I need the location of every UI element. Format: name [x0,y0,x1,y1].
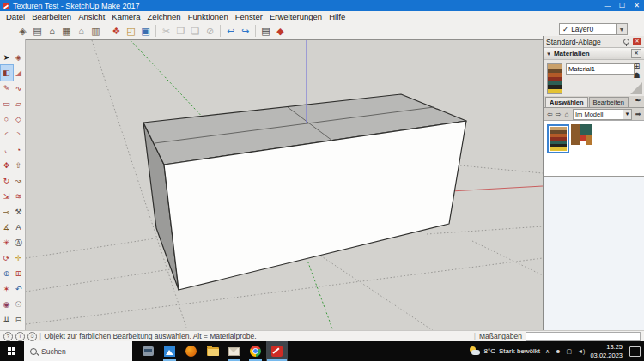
tray-expand-icon[interactable]: ∧ [544,348,550,355]
undo-icon[interactable]: ↩ [223,23,238,39]
display-icon[interactable]: ▢ [566,348,574,355]
set-material-icon[interactable]: ☗ [633,71,640,80]
previous-view-tool[interactable]: ↶ [13,281,25,297]
zoom-tool[interactable]: ⊕ [1,266,13,281]
layer-dropdown[interactable]: ✓ Layer0 ▼ [559,23,628,35]
measurements-input[interactable] [526,332,641,341]
paste-icon[interactable]: ❏ [188,23,203,39]
collection-dropdown-arrow-icon[interactable]: ▼ [623,110,631,119]
maximize-button[interactable]: ☐ [615,2,629,9]
dimension-tool[interactable]: ⚒ [13,204,25,220]
section-plane-tool[interactable]: ⊟ [13,312,25,328]
tab-auswaehlen[interactable]: Auswählen [545,97,588,107]
menu-ansicht[interactable]: Ansicht [75,12,108,21]
materials-close-button[interactable]: ✕ [631,49,641,58]
menu-kamera[interactable]: Kamera [108,12,143,21]
house-icon[interactable]: ⌂ [74,23,88,39]
material-swatch-2[interactable] [571,124,592,145]
zoom-window-tool[interactable]: ⊞ [13,266,25,281]
back-arrow-icon[interactable]: ⇦ [545,111,554,118]
start-button[interactable] [0,341,24,361]
menu-hilfe[interactable]: Hilfe [325,12,349,21]
material-name-field[interactable] [566,63,635,75]
polygon-tool[interactable]: ◇ [13,111,25,127]
tape-measure-tool[interactable]: ⊸ [1,204,13,220]
taskbar-app-orange-icon[interactable] [180,341,202,361]
rectangle-tool[interactable]: ▭ [1,96,13,111]
move-tool[interactable]: ✥ [1,158,13,173]
pie-tool[interactable]: ◔ [13,142,25,158]
position-camera-tool[interactable]: ◉ [1,297,13,312]
collection-dropdown[interactable]: Im Modell ▼ [573,109,632,120]
menu-zeichnen[interactable]: Zeichnen [144,12,185,21]
menu-erweiterungen[interactable]: Erweiterungen [266,12,325,21]
taskbar-search[interactable]: Suchen [24,341,132,361]
eraser-tool[interactable]: ◢ [13,65,25,81]
text-tool[interactable]: A [13,220,25,235]
copy-icon[interactable]: ❐ [173,23,188,39]
taskbar-app-sketchup-icon[interactable] [266,341,288,361]
line-tool[interactable]: ✎ [1,81,13,96]
select-tool[interactable]: ➤ [1,50,13,65]
scale-tool[interactable]: ⇲ [1,189,13,204]
offset-tool[interactable]: ≋ [13,189,25,204]
viewport-3d-canvas[interactable] [26,40,543,331]
menu-datei[interactable]: Datei [3,12,28,21]
account-status-icon[interactable]: ☺ [27,332,37,341]
toolbox-icon[interactable]: ▦ [59,23,74,39]
help-status-icon[interactable]: ? [3,332,13,341]
home-icon[interactable]: ⌂ [45,23,59,39]
tab-bearbeiten[interactable]: Bearbeiten [589,97,629,107]
push-pull-tool[interactable]: ⇧ [13,158,25,173]
new-icon[interactable]: ❖ [109,23,124,39]
make-component-tool[interactable]: ◈ [13,50,25,65]
cut-icon[interactable]: ✂ [159,23,173,39]
volume-icon[interactable]: ◄) [576,348,586,355]
help-icon[interactable]: ◆ [273,23,288,39]
component-icon[interactable]: ◈ [15,23,30,39]
arc-tool[interactable]: ◜ [1,127,13,142]
taskbar-app-photos-icon[interactable] [159,341,180,361]
book-icon[interactable]: ▤ [30,23,45,39]
redo-icon[interactable]: ↪ [238,23,252,39]
forward-arrow-icon[interactable]: ⇨ [554,111,562,118]
taskbar-app-chrome-icon[interactable] [245,341,266,361]
collapse-arrow-icon[interactable]: ▼ [546,51,551,57]
menu-bearbeiten[interactable]: Bearbeiten [28,12,75,21]
tray-close-button[interactable]: ✕ [633,38,641,45]
protractor-tool[interactable]: ∡ [1,220,13,235]
open-icon[interactable]: ◰ [124,23,138,39]
notification-center-icon[interactable] [629,346,641,357]
two-point-arc-tool[interactable]: ◝ [13,127,25,142]
orbit-tool[interactable]: ⟳ [1,250,13,266]
delete-icon[interactable]: ⊘ [203,23,217,39]
sample-paint-icon[interactable]: ➡ [634,111,642,118]
3d-text-tool[interactable]: Ⓐ [13,235,25,250]
zoom-extents-tool[interactable]: ✶ [1,281,13,297]
rotate-tool[interactable]: ↻ [1,173,13,189]
three-point-arc-tool[interactable]: ◟ [1,142,13,158]
info-status-icon[interactable]: i [15,332,25,341]
look-around-tool[interactable]: ☉ [13,297,25,312]
menu-funktionen[interactable]: Funktionen [185,12,232,21]
close-button[interactable]: ✕ [629,2,644,9]
save-icon[interactable]: ▣ [138,23,153,39]
taskbar-app-explorer-icon[interactable] [202,341,223,361]
circle-tool[interactable]: ○ [1,111,13,127]
materials-section-header[interactable]: ▼ Materialien ✕ [544,48,644,60]
rotated-rectangle-tool[interactable]: ▱ [13,96,25,111]
taskbar-app-device-icon[interactable] [137,341,159,361]
minimize-button[interactable]: — [600,2,615,9]
material-swatch-selected[interactable] [547,124,569,153]
pin-icon[interactable] [623,39,629,45]
menu-fenster[interactable]: Fenster [232,12,266,21]
weather-widget[interactable]: 8°C Stark bewölkt [469,346,540,356]
eyedropper-icon[interactable]: ✒ [635,96,641,105]
paint-bucket-tool[interactable]: ◧ [1,65,13,81]
in-model-home-icon[interactable]: ⌂ [562,111,571,118]
print-icon[interactable]: ▤ [258,23,273,39]
people-icon[interactable]: ☻ [554,348,562,355]
pan-tool[interactable]: ✛ [13,250,25,266]
taskbar-clock[interactable]: 13:25 03.02.2023 [590,343,623,359]
drawer-icon[interactable]: ▥ [88,23,103,39]
